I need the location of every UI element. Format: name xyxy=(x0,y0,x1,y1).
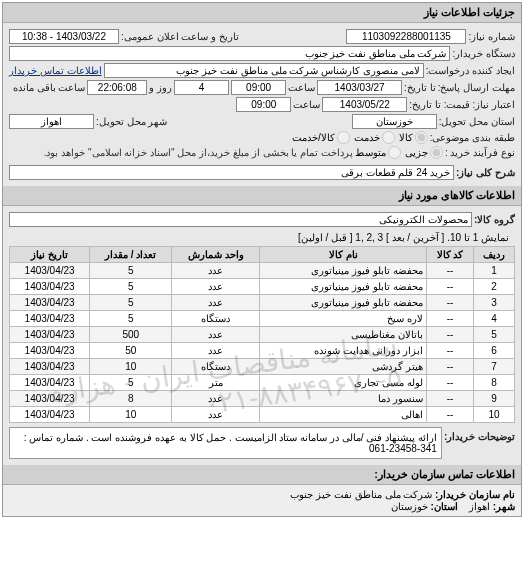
cell-name: لوله مسی تجاری xyxy=(260,375,426,391)
cell-qty: 8 xyxy=(90,391,172,407)
category-label: طبقه بندی موضوعی: xyxy=(430,132,515,143)
table-row: 10--اهالیعدد101403/04/23 xyxy=(10,407,515,423)
desc-label: توضیحات خریدار: xyxy=(444,427,515,442)
cell-name: سنسور دما xyxy=(260,391,426,407)
announce-label: تاریخ و ساعت اعلان عمومی: xyxy=(121,31,239,42)
time-label-1: ساعت xyxy=(288,82,315,93)
cell-code: -- xyxy=(426,263,473,279)
cell-date: 1403/04/23 xyxy=(10,391,90,407)
cell-code: -- xyxy=(426,359,473,375)
announce-value: 1403/03/22 - 10:38 xyxy=(9,29,119,44)
cell-n: 7 xyxy=(474,359,515,375)
cell-date: 1403/04/23 xyxy=(10,359,90,375)
group-label: گروه کالا: xyxy=(474,214,515,225)
cell-date: 1403/04/23 xyxy=(10,343,90,359)
desc-value: ارائه پیشنهاد فنی /مالی در سامانه ستاد ا… xyxy=(9,427,442,459)
table-row: 3--محفضه تابلو فیوز مینیاتوریعدد51403/04… xyxy=(10,295,515,311)
validity-date: 1403/05/22 xyxy=(322,97,407,112)
remain-time: 22:06:08 xyxy=(87,80,147,95)
cell-date: 1403/04/23 xyxy=(10,375,90,391)
buyer-contact-link[interactable]: اطلاعات تماس خریدار xyxy=(9,65,102,76)
cell-unit: عدد xyxy=(172,327,260,343)
col-date: تاریخ نیاز xyxy=(10,247,90,263)
pager: نمایش 1 تا 10. [ آخرین / بعد ] 3 ,2 ,1 [… xyxy=(9,229,515,246)
validity-label: اعتبار نیاز: xyxy=(472,99,515,110)
col-row: ردیف xyxy=(474,247,515,263)
cell-unit: عدد xyxy=(172,343,260,359)
deadline-time: 09:00 xyxy=(231,80,286,95)
cell-code: -- xyxy=(426,311,473,327)
cell-unit: دستگاه xyxy=(172,311,260,327)
cell-date: 1403/04/23 xyxy=(10,295,90,311)
pager-prefix: نمایش 1 تا 10. xyxy=(447,232,509,243)
table-row: 7--هیتر گردشیدستگاه101403/04/23 xyxy=(10,359,515,375)
radio-service[interactable]: خدمت xyxy=(354,131,395,144)
radio-goods-service[interactable]: کالا/خدمت xyxy=(292,131,350,144)
pager-links[interactable]: [ آخرین / بعد ] 3 ,2 ,1 [ قبل / اولین] xyxy=(298,232,445,243)
table-row: 6--ابزار دورانی هدایت شوندهعدد501403/04/… xyxy=(10,343,515,359)
cell-qty: 5 xyxy=(90,263,172,279)
cell-code: -- xyxy=(426,343,473,359)
cell-code: -- xyxy=(426,295,473,311)
group-value: محصولات الکترونیکی xyxy=(9,212,472,227)
page-title: جزئیات اطلاعات نیاز xyxy=(3,3,521,23)
requester-value: لامی منصوری کارشناس شرکت ملی مناطق نفت خ… xyxy=(104,63,424,78)
cell-date: 1403/04/23 xyxy=(10,311,90,327)
items-table: ردیف کد کالا نام کالا واحد شمارش تعداد /… xyxy=(9,246,515,423)
radio-medium[interactable]: متوسط xyxy=(355,146,401,159)
radio-goods[interactable]: کالا xyxy=(399,131,428,144)
cell-n: 8 xyxy=(474,375,515,391)
need-no-label: شماره نیاز: xyxy=(468,31,515,42)
state-label: استان: xyxy=(430,501,457,512)
cell-unit: دستگاه xyxy=(172,359,260,375)
subject-label: شرح کلی نیاز: xyxy=(456,167,515,178)
delivery-city: اهواز xyxy=(9,114,94,129)
buyer-org-value: شرکت ملی مناطق نفت خیز جنوب xyxy=(9,46,450,61)
cell-qty: 10 xyxy=(90,407,172,423)
cell-code: -- xyxy=(426,407,473,423)
cell-n: 1 xyxy=(474,263,515,279)
process-note: پرداخت تمام یا بخشی از مبلغ خرید،از محل … xyxy=(44,147,353,158)
cell-qty: 5 xyxy=(90,295,172,311)
cell-qty: 50 xyxy=(90,343,172,359)
cell-qty: 5 xyxy=(90,375,172,391)
category-radio-group: کالا خدمت کالا/خدمت xyxy=(292,131,428,144)
table-row: 5--باتالان مغناطیسیعدد5001403/04/23 xyxy=(10,327,515,343)
city-value: اهواز xyxy=(469,501,490,512)
cell-name: هیتر گردشی xyxy=(260,359,426,375)
table-row: 4--لاره سیخدستگاه51403/04/23 xyxy=(10,311,515,327)
validity-to-label: قیمت: تا تاریخ: xyxy=(409,99,470,110)
cell-n: 5 xyxy=(474,327,515,343)
days-remain: 4 xyxy=(174,80,229,95)
cell-code: -- xyxy=(426,279,473,295)
cell-unit: عدد xyxy=(172,391,260,407)
cell-qty: 500 xyxy=(90,327,172,343)
cell-n: 4 xyxy=(474,311,515,327)
cell-unit: عدد xyxy=(172,263,260,279)
col-name: نام کالا xyxy=(260,247,426,263)
cell-unit: عدد xyxy=(172,407,260,423)
remain-label: ساعت باقی مانده xyxy=(13,82,86,93)
cell-unit: عدد xyxy=(172,279,260,295)
city-label: شهر: xyxy=(493,501,515,512)
org-contact-title: اطلاعات تماس سازمان خریدار: xyxy=(3,465,521,485)
cell-code: -- xyxy=(426,327,473,343)
radio-minor[interactable]: جزیی xyxy=(405,146,443,159)
delivery-state: خوزستان xyxy=(352,114,437,129)
cell-date: 1403/04/23 xyxy=(10,263,90,279)
cell-name: لاره سیخ xyxy=(260,311,426,327)
cell-date: 1403/04/23 xyxy=(10,327,90,343)
cell-qty: 10 xyxy=(90,359,172,375)
process-radio-group: جزیی متوسط xyxy=(355,146,443,159)
cell-unit: عدد xyxy=(172,295,260,311)
delivery-state-label: استان محل تحویل: xyxy=(439,116,515,127)
org-label: نام سازمان خریدار: xyxy=(435,489,515,500)
cell-n: 6 xyxy=(474,343,515,359)
cell-n: 10 xyxy=(474,407,515,423)
col-qty: تعداد / مقدار xyxy=(90,247,172,263)
table-row: 1--محفضه تابلو فیوز مینیاتوریعدد51403/04… xyxy=(10,263,515,279)
cell-n: 3 xyxy=(474,295,515,311)
col-unit: واحد شمارش xyxy=(172,247,260,263)
cell-code: -- xyxy=(426,375,473,391)
cell-code: -- xyxy=(426,391,473,407)
